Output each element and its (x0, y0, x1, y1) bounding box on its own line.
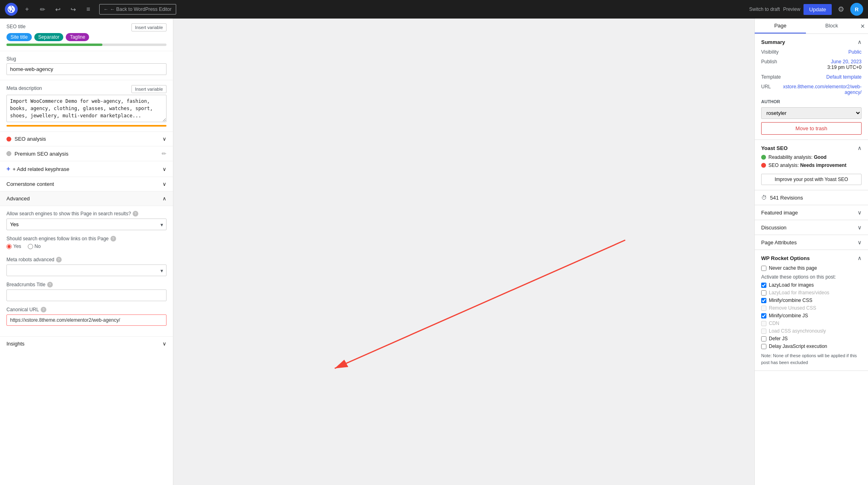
details-button[interactable]: ≡ (82, 3, 94, 15)
switch-to-draft-button[interactable]: Switch to draft (749, 6, 780, 12)
follow-links-no-label[interactable]: No (28, 244, 41, 249)
lazyload-iframes-label[interactable]: LazyLoad for iframes/videos (769, 290, 829, 296)
premium-seo-analysis-row[interactable]: Premium SEO analysis ✏ (0, 146, 173, 161)
wp-logo (5, 3, 18, 16)
meta-desc-insert-variable-button[interactable]: Insert variable (131, 85, 167, 93)
seo-analysis-row[interactable]: SEO analysis ∨ (0, 132, 173, 146)
delay-js-label[interactable]: Delay JavaScript execution (769, 343, 827, 349)
tab-block[interactable]: Block (806, 19, 857, 33)
follow-links-radio-group: Yes No (6, 244, 167, 251)
summary-chevron: ∧ (858, 39, 862, 45)
visibility-row: Visibility Public (761, 49, 862, 55)
featured-image-chevron: ∨ (858, 209, 862, 216)
follow-links-help-icon[interactable]: ? (110, 236, 116, 241)
update-button[interactable]: Update (803, 4, 832, 15)
canonical-url-help-icon[interactable]: ? (41, 307, 46, 312)
back-to-wordpress-editor-button[interactable]: ← ← Back to WordPress Editor (99, 4, 176, 15)
allow-search-help-icon[interactable]: ? (133, 211, 138, 216)
seo-title-tags: Site title Separator Tagline (6, 33, 167, 41)
tagline-tag[interactable]: Tagline (66, 33, 89, 41)
yoast-seo-title: Yoast SEO (761, 145, 788, 151)
advanced-section-header[interactable]: Advanced ∧ (0, 192, 173, 206)
publish-key: Publish (761, 59, 777, 65)
seo-analysis-label: SEO analysis (15, 136, 46, 142)
remove-unused-css-checkbox[interactable] (761, 306, 766, 311)
yoast-seo-section: Yoast SEO ∧ Readability analysis: Good S… (755, 140, 868, 190)
allow-search-select[interactable]: Yes No (6, 219, 167, 230)
seo-analysis-dot (6, 137, 11, 142)
site-title-tag[interactable]: Site title (6, 33, 32, 41)
improve-yoast-button[interactable]: Improve your post with Yoast SEO (761, 174, 862, 185)
page-attributes-header[interactable]: Page Attributes ∨ (755, 235, 868, 250)
summary-section-header[interactable]: Summary ∧ (761, 39, 862, 45)
readability-dot (761, 155, 766, 160)
minify-css-checkbox[interactable] (761, 298, 766, 303)
premium-seo-edit-icon[interactable]: ✏ (162, 150, 167, 157)
minify-js-label[interactable]: Minify/combine JS (769, 313, 808, 318)
meta-description-section: Meta description Insert variable Import … (0, 80, 173, 132)
edit-button[interactable]: ✏ (36, 3, 48, 15)
cdn-checkbox[interactable] (761, 321, 766, 326)
lazyload-iframes-checkbox[interactable] (761, 290, 766, 296)
featured-image-header[interactable]: Featured image ∨ (755, 205, 868, 220)
follow-links-no-radio[interactable] (28, 244, 33, 249)
redo-button[interactable]: ↪ (67, 3, 79, 15)
load-css-async-checkbox[interactable] (761, 329, 766, 334)
author-select[interactable]: rosetyler (761, 107, 862, 119)
publish-row: Publish June 20, 2023 3:19 pm UTC+0 (761, 59, 862, 70)
never-cache-checkbox[interactable] (761, 266, 766, 271)
delay-js-checkbox[interactable] (761, 344, 766, 349)
move-to-trash-button[interactable]: Move to trash (761, 122, 862, 135)
lazyload-images-checkbox[interactable] (761, 283, 766, 288)
separator-tag[interactable]: Separator (34, 33, 64, 41)
right-panel-close-button[interactable]: × (857, 19, 868, 33)
preview-button[interactable]: Preview (783, 6, 800, 12)
meta-description-input[interactable]: Import WooCommerce Demo for web-agency, … (6, 95, 167, 122)
minify-js-checkbox[interactable] (761, 313, 766, 318)
meta-robots-select-wrapper: ▾ (6, 264, 167, 276)
allow-search-group: Allow search engines to show this Page i… (6, 211, 167, 230)
defer-js-checkbox[interactable] (761, 336, 766, 341)
insights-section-header[interactable]: Insights ∨ (0, 336, 173, 351)
add-related-keyphrase-row[interactable]: + + Add related keyphrase ∨ (0, 161, 173, 177)
meta-robots-help-icon[interactable]: ? (56, 257, 62, 262)
annotation-arrow (173, 19, 754, 485)
right-panel-tabs: Page Block (755, 19, 857, 33)
breadcrumbs-help-icon[interactable]: ? (47, 282, 53, 287)
yoast-seo-chevron: ∧ (858, 145, 862, 151)
meta-description-label: Meta description (6, 85, 42, 91)
visibility-value[interactable]: Public (848, 49, 862, 55)
never-cache-label[interactable]: Never cache this page (769, 265, 817, 271)
insights-label: Insights (6, 341, 25, 347)
readability-text: Readability analysis: Good (768, 154, 826, 160)
template-value[interactable]: Default template (826, 74, 862, 80)
remove-unused-css-label: Remove Unused CSS (769, 305, 816, 311)
wp-rocket-header[interactable]: WP Rocket Options ∧ (761, 255, 862, 261)
premium-seo-dot (6, 151, 11, 156)
publish-date[interactable]: June 20, 2023 (831, 59, 862, 65)
seo-title-insert-variable-button[interactable]: Insert variable (131, 23, 167, 31)
follow-links-yes-radio[interactable] (6, 244, 12, 249)
featured-image-section: Featured image ∨ (755, 205, 868, 220)
breadcrumbs-title-input[interactable] (6, 289, 167, 301)
meta-robots-select[interactable] (6, 264, 167, 276)
canonical-url-input[interactable] (6, 314, 167, 326)
yoast-seo-header[interactable]: Yoast SEO ∧ (761, 145, 862, 151)
publish-value: June 20, 2023 3:19 pm UTC+0 (827, 59, 862, 70)
url-value[interactable]: xstore.8theme.com/elementor2/web-agency/ (774, 84, 862, 95)
minify-css-label[interactable]: Minify/combine CSS (769, 298, 812, 303)
defer-js-label[interactable]: Defer JS (769, 336, 788, 341)
lazyload-images-label[interactable]: LazyLoad for images (769, 282, 814, 288)
advanced-section-content: Allow search engines to show this Page i… (0, 206, 173, 336)
slug-input[interactable] (6, 63, 167, 75)
url-row: URL xstore.8theme.com/elementor2/web-age… (761, 84, 862, 95)
cornerstone-content-row[interactable]: Cornerstone content ∨ (0, 177, 173, 192)
tab-page[interactable]: Page (755, 19, 806, 33)
undo-button[interactable]: ↩ (52, 3, 64, 15)
top-bar: + ✏ ↩ ↪ ≡ ← ← Back to WordPress Editor S… (0, 0, 868, 19)
settings-button[interactable]: ⚙ (835, 3, 847, 15)
follow-links-yes-label[interactable]: Yes (6, 244, 21, 249)
revisions-row[interactable]: ⏱ 541 Revisions (755, 190, 868, 205)
new-content-button[interactable]: + (21, 3, 33, 15)
discussion-header[interactable]: Discussion ∨ (755, 220, 868, 235)
